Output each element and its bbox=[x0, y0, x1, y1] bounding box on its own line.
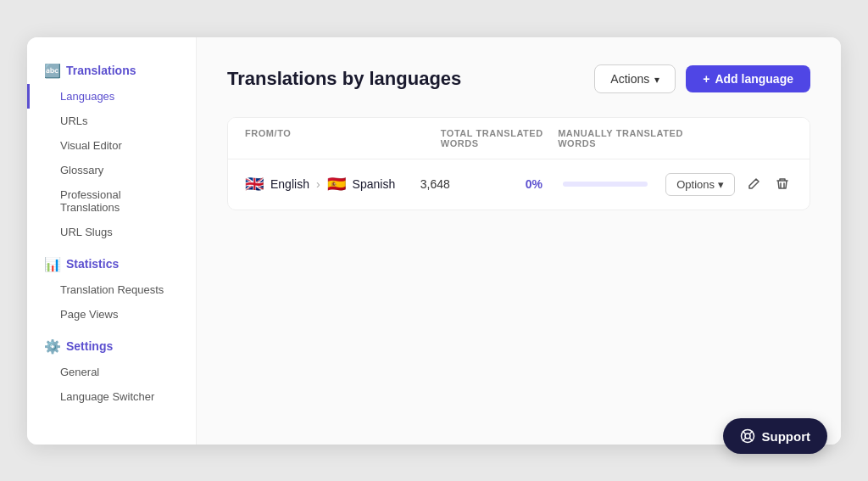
to-lang: Spanish bbox=[353, 177, 396, 191]
sidebar: 🔤 Translations Languages URLs Visual Edi… bbox=[27, 37, 197, 445]
support-icon bbox=[740, 428, 755, 444]
actions-chevron-icon bbox=[654, 72, 659, 86]
sidebar-translations-label: Translations bbox=[66, 64, 136, 77]
sidebar-header-statistics[interactable]: 📊 Statistics bbox=[27, 251, 196, 277]
col-header-manual: MANUALLY TRANSLATED WORDS bbox=[558, 128, 715, 148]
percent-label: 0% bbox=[526, 177, 553, 191]
delete-button[interactable] bbox=[772, 174, 793, 194]
sidebar-item-urls[interactable]: URLs bbox=[27, 109, 196, 133]
page-title: Translations by languages bbox=[227, 68, 461, 90]
support-label: Support bbox=[762, 429, 811, 444]
to-flag: 🇪🇸 bbox=[327, 175, 346, 193]
main-content: Translations by languages Actions + Add … bbox=[197, 37, 841, 445]
sidebar-group-statistics: 📊 Statistics Translation Requests Page V… bbox=[27, 251, 196, 327]
options-label: Options bbox=[676, 178, 715, 191]
edit-button[interactable] bbox=[743, 174, 764, 194]
main-header: Translations by languages Actions + Add … bbox=[227, 64, 810, 93]
actions-label: Actions bbox=[610, 72, 649, 86]
col-header-actions bbox=[715, 128, 793, 148]
svg-point-1 bbox=[745, 433, 750, 439]
arrow-icon: › bbox=[316, 177, 320, 191]
sidebar-item-visual-editor[interactable]: Visual Editor bbox=[27, 133, 196, 158]
statistics-icon: 📊 bbox=[44, 256, 61, 272]
translations-table: FROM/TO TOTAL TRANSLATED WORDS MANUALLY … bbox=[227, 117, 810, 210]
manual-col: 0% bbox=[526, 177, 665, 191]
col-header-from-to: FROM/TO bbox=[245, 128, 441, 148]
sidebar-item-translation-requests[interactable]: Translation Requests bbox=[27, 277, 196, 302]
sidebar-group-settings: ⚙️ Settings General Language Switcher bbox=[27, 333, 196, 409]
progress-bar bbox=[563, 182, 648, 187]
row-actions: Options ▾ bbox=[665, 173, 793, 196]
sidebar-item-languages[interactable]: Languages bbox=[27, 84, 196, 109]
add-icon: + bbox=[703, 72, 709, 86]
edit-icon bbox=[747, 177, 760, 191]
sidebar-item-page-views[interactable]: Page Views bbox=[27, 302, 196, 327]
sidebar-item-glossary[interactable]: Glossary bbox=[27, 158, 196, 182]
options-chevron-icon: ▾ bbox=[718, 178, 724, 191]
settings-icon: ⚙️ bbox=[44, 338, 61, 355]
sidebar-item-url-slugs[interactable]: URL Slugs bbox=[27, 220, 196, 244]
from-lang: English bbox=[270, 177, 309, 191]
options-button[interactable]: Options ▾ bbox=[665, 173, 735, 196]
translations-icon: 🔤 bbox=[44, 63, 61, 79]
table-header: FROM/TO TOTAL TRANSLATED WORDS MANUALLY … bbox=[228, 118, 810, 159]
from-flag: 🇬🇧 bbox=[245, 175, 264, 193]
sidebar-header-translations[interactable]: 🔤 Translations bbox=[27, 58, 196, 84]
col-header-total: TOTAL TRANSLATED WORDS bbox=[441, 128, 558, 148]
sidebar-item-general[interactable]: General bbox=[27, 360, 196, 384]
word-count: 3,648 bbox=[420, 177, 526, 191]
support-button[interactable]: Support bbox=[723, 418, 828, 454]
add-language-button[interactable]: + Add language bbox=[686, 65, 810, 92]
sidebar-item-language-switcher[interactable]: Language Switcher bbox=[27, 384, 196, 409]
delete-icon bbox=[776, 177, 789, 191]
lang-pair: 🇬🇧 English › 🇪🇸 Spanish bbox=[245, 175, 420, 193]
sidebar-item-professional-translations[interactable]: Professional Translations bbox=[27, 182, 196, 220]
sidebar-group-translations: 🔤 Translations Languages URLs Visual Edi… bbox=[27, 58, 196, 244]
add-language-label: Add language bbox=[715, 72, 793, 86]
header-actions: Actions + Add language bbox=[594, 64, 810, 93]
sidebar-header-settings[interactable]: ⚙️ Settings bbox=[27, 333, 196, 360]
sidebar-settings-label: Settings bbox=[66, 339, 113, 353]
actions-button[interactable]: Actions bbox=[594, 64, 676, 93]
sidebar-statistics-label: Statistics bbox=[66, 257, 119, 271]
table-row: 🇬🇧 English › 🇪🇸 Spanish 3,648 0% Options bbox=[228, 159, 810, 210]
